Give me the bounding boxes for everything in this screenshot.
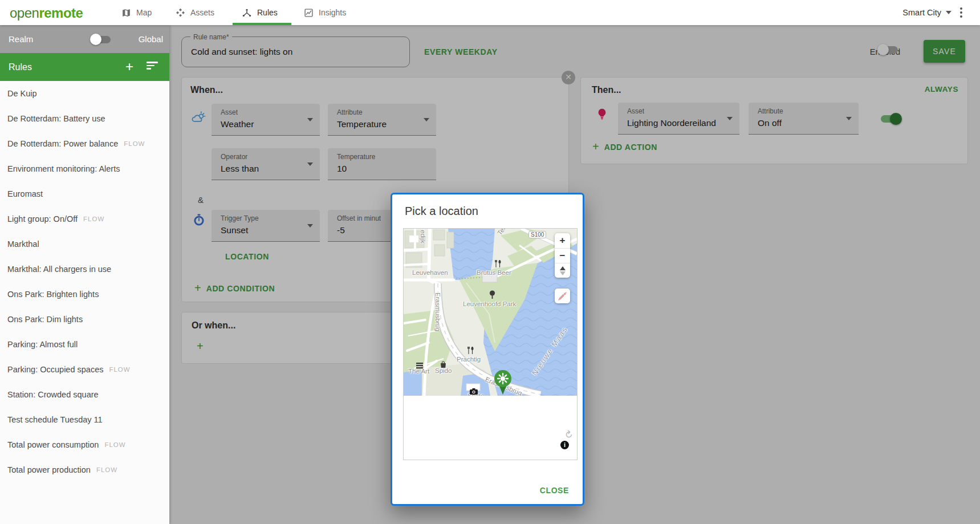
map-logo-icon: ↻ <box>562 428 575 442</box>
openremote-logo: openremote <box>10 5 83 21</box>
add-rule-button[interactable]: + <box>123 60 136 74</box>
rule-list-item[interactable]: Ons Park: Dim lights <box>0 307 169 332</box>
sort-rules-icon[interactable] <box>147 62 159 72</box>
shop-icon <box>440 360 446 370</box>
rule-item-label: Ons Park: Brighten lights <box>7 290 99 299</box>
rule-item-label: Light group: On/Off <box>7 214 78 224</box>
realm-scope-toggle[interactable] <box>90 34 112 45</box>
pick-location-dialog: Pick a location <box>391 193 584 506</box>
rule-item-label: De Rotterdam: Battery use <box>7 114 105 123</box>
map-place-label: Brutus Beer <box>477 269 511 276</box>
geolocate-disabled-icon[interactable] <box>555 289 570 303</box>
flow-badge: FLOW <box>104 441 125 448</box>
zoom-in-button[interactable]: + <box>555 233 570 248</box>
map-base <box>404 229 577 396</box>
rules-list: De KuipDe Rotterdam: Battery useDe Rotte… <box>0 81 169 524</box>
rule-list-item[interactable]: Markthal <box>0 231 169 257</box>
tab-map[interactable]: Map <box>121 0 152 25</box>
rule-list-item[interactable]: Total power productionFLOW <box>0 457 169 482</box>
geolocate-control <box>555 289 570 303</box>
rule-list-item[interactable]: De Rotterdam: Power balanceFLOW <box>0 131 169 156</box>
rules-icon <box>242 8 252 18</box>
map-zoom-controls: + − <box>555 233 570 278</box>
map-tiles[interactable]: LeuvehavenBrutus BeerLeuvenhoofd ParkEra… <box>404 229 577 396</box>
assets-icon <box>176 8 185 18</box>
realm-selector-value: Smart City <box>902 8 941 17</box>
rule-item-label: Euromast <box>7 189 43 198</box>
rule-list-item[interactable]: Total power consumptionFLOW <box>0 432 169 457</box>
rule-item-label: Markthal: All chargers in use <box>7 265 111 274</box>
zoom-out-button[interactable]: − <box>555 248 570 263</box>
rule-list-item[interactable]: Ons Park: Brighten lights <box>0 282 169 307</box>
rules-header-label: Rules <box>9 62 32 72</box>
rule-list-item[interactable]: Station: Crowded square <box>0 382 169 407</box>
rules-list-header: Rules + <box>0 53 169 81</box>
tab-rules[interactable]: Rules <box>242 0 278 25</box>
rule-item-label: Markthal <box>7 239 39 249</box>
flow-badge: FLOW <box>109 366 130 373</box>
rule-item-label: Parking: Almost full <box>7 340 78 349</box>
realm-scope-bar: Realm Global <box>0 25 169 53</box>
dialog-close-button[interactable]: CLOSE <box>540 486 569 495</box>
global-scope-label: Global <box>139 34 163 44</box>
rule-list-item[interactable]: Environment monitoring: Alerts <box>0 156 169 181</box>
realm-scope-label: Realm <box>9 34 33 44</box>
rule-list-item[interactable]: De Rotterdam: Battery use <box>0 106 169 131</box>
rule-list-item[interactable]: De Kuip <box>0 81 169 106</box>
realm-selector[interactable]: Smart City <box>902 0 951 25</box>
rule-item-label: Ons Park: Dim lights <box>7 315 83 324</box>
rule-item-label: Test schedule Tuesday 11 <box>7 415 103 424</box>
tab-insights-label: Insights <box>319 8 346 17</box>
tab-insights[interactable]: Insights <box>304 0 346 25</box>
top-navbar: openremote Map Assets Rules Insights Sma… <box>0 0 980 25</box>
rule-list-item[interactable]: Parking: Almost full <box>0 332 169 357</box>
overflow-menu-button[interactable] <box>956 6 966 19</box>
rule-item-label: Environment monitoring: Alerts <box>7 164 120 173</box>
flow-badge: FLOW <box>124 140 145 147</box>
tab-rules-label: Rules <box>257 8 278 17</box>
dialog-title: Pick a location <box>405 205 478 218</box>
map-attribution-button[interactable]: i <box>560 441 569 449</box>
map-icon <box>121 8 131 18</box>
rule-item-label: De Rotterdam: Power balance <box>7 139 118 148</box>
road-shield-label: S100 <box>528 231 546 238</box>
flow-badge: FLOW <box>96 466 117 473</box>
rule-item-label: Total power consumption <box>7 440 99 449</box>
tab-assets[interactable]: Assets <box>176 0 214 25</box>
rule-list-item[interactable]: Light group: On/OffFLOW <box>0 206 169 231</box>
rule-list-item[interactable]: Parking: Occupied spacesFLOW <box>0 357 169 382</box>
sidebar: Realm Global Rules + De KuipDe Rotterdam… <box>0 25 169 524</box>
map-place-label: Leuvehaven <box>412 269 448 276</box>
location-map[interactable]: LeuvehavenBrutus BeerLeuvenhoofd ParkEra… <box>403 228 578 460</box>
map-place-label: Leuvenhoofd Park <box>463 300 516 307</box>
restaurant-icon <box>467 346 474 356</box>
map-place-label: edijk <box>420 230 426 243</box>
tab-assets-label: Assets <box>190 8 214 17</box>
rule-item-label: Total power production <box>7 465 91 474</box>
rule-list-item[interactable]: Test schedule Tuesday 11 <box>0 407 169 432</box>
tab-map-label: Map <box>136 8 152 17</box>
museum-icon <box>416 361 423 371</box>
rule-item-label: Parking: Occupied spaces <box>7 365 103 374</box>
insights-icon <box>304 8 314 18</box>
flow-badge: FLOW <box>83 216 104 222</box>
rule-item-label: De Kuip <box>7 89 37 98</box>
rule-list-item[interactable]: Euromast <box>0 181 169 206</box>
map-place-label: Erasmusbrug <box>434 293 441 331</box>
restaurant-icon <box>495 259 501 270</box>
compass-button[interactable] <box>555 263 570 278</box>
location-marker-pin[interactable] <box>493 369 513 395</box>
tree-icon <box>489 290 496 301</box>
camera-icon <box>470 387 478 396</box>
logo-open: open <box>10 5 39 21</box>
logo-remote: remote <box>39 5 83 21</box>
map-place-label: Prachtig <box>457 356 481 363</box>
rule-list-item[interactable]: Markthal: All chargers in use <box>0 257 169 282</box>
rule-item-label: Station: Crowded square <box>7 390 99 399</box>
chevron-down-icon <box>946 11 951 14</box>
